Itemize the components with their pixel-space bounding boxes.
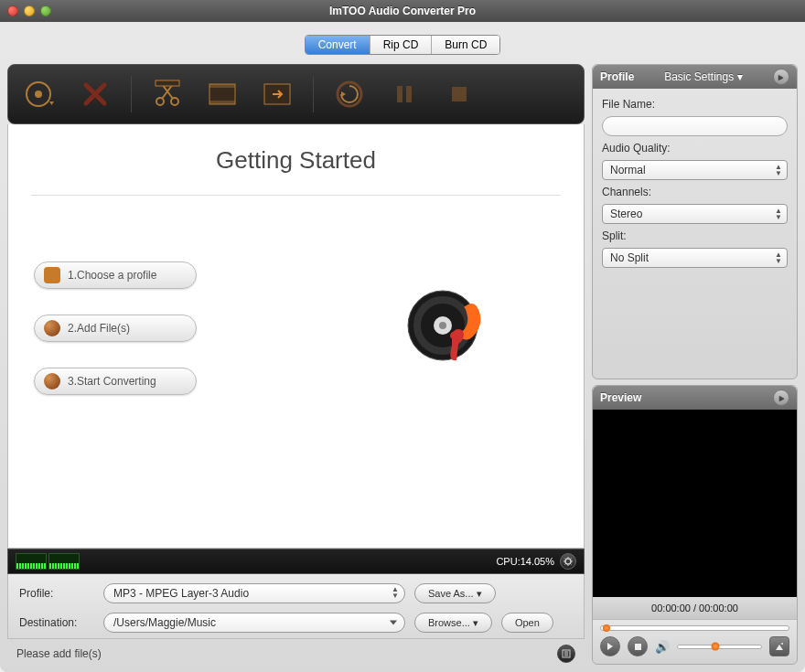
svg-rect-4 bbox=[156, 80, 179, 86]
svg-rect-7 bbox=[209, 101, 235, 104]
file-list-area: Getting Started 1.Choose a profile 2.Add… bbox=[7, 124, 585, 549]
output-settings: Profile: MP3 - MPEG Layer-3 Audio ▲▼ Sav… bbox=[7, 574, 585, 639]
tab-burn-cd[interactable]: Burn CD bbox=[432, 36, 499, 54]
convert-button[interactable] bbox=[330, 75, 369, 113]
step-add-files[interactable]: 2.Add File(s) bbox=[34, 315, 197, 342]
svg-point-1 bbox=[35, 91, 42, 98]
svg-point-19 bbox=[565, 559, 571, 564]
save-as-button[interactable]: Save As... ▾ bbox=[414, 583, 496, 603]
effects-button[interactable] bbox=[203, 75, 242, 113]
title-bar: ImTOO Audio Converter Pro bbox=[0, 0, 805, 22]
window-title: ImTOO Audio Converter Pro bbox=[0, 5, 805, 17]
basic-settings-dropdown[interactable]: Basic Settings ▾ bbox=[664, 70, 743, 83]
log-button[interactable] bbox=[557, 645, 575, 663]
toolbar-separator bbox=[131, 76, 132, 112]
audio-quality-label: Audio Quality: bbox=[602, 142, 788, 155]
updown-icon: ▲▼ bbox=[775, 164, 782, 176]
cut-clip-button[interactable] bbox=[148, 75, 187, 113]
toolbar-separator bbox=[313, 76, 314, 112]
channels-label: Channels: bbox=[602, 186, 788, 198]
toolbar bbox=[7, 64, 585, 124]
audio-quality-select[interactable]: Normal ▲▼ bbox=[602, 160, 788, 180]
step-label: 3.Start Converting bbox=[68, 375, 156, 388]
status-text: Please add file(s) bbox=[16, 647, 102, 660]
profile-label: Profile: bbox=[19, 587, 94, 600]
stop-preview-button[interactable] bbox=[628, 636, 648, 656]
split-select[interactable]: No Split ▲▼ bbox=[602, 248, 788, 268]
destination-select[interactable]: /Users/Maggie/Music bbox=[103, 613, 405, 633]
destination-label: Destination: bbox=[19, 616, 94, 629]
svg-rect-12 bbox=[452, 87, 467, 101]
cpu-graph-core bbox=[48, 553, 80, 570]
updown-icon: ▲▼ bbox=[775, 208, 782, 220]
svg-rect-6 bbox=[209, 84, 235, 88]
svg-point-17 bbox=[439, 322, 446, 329]
volume-icon: 🔊 bbox=[655, 640, 670, 654]
destination-value: /Users/Maggie/Music bbox=[113, 616, 216, 629]
profile-settings-panel: Profile Basic Settings ▾ ▸ File Name: Au… bbox=[592, 64, 798, 379]
preview-screen bbox=[593, 410, 797, 597]
profile-select[interactable]: MP3 - MPEG Layer-3 Audio ▲▼ bbox=[103, 583, 405, 603]
profile-icon bbox=[44, 267, 60, 283]
add-media-button[interactable] bbox=[21, 75, 59, 113]
svg-rect-10 bbox=[397, 86, 402, 102]
mode-tabs: Convert Rip CD Burn CD bbox=[7, 29, 798, 64]
svg-rect-11 bbox=[406, 86, 412, 102]
status-bar: Please add file(s) bbox=[7, 639, 585, 665]
seek-slider[interactable] bbox=[600, 625, 789, 631]
step-label: 2.Add File(s) bbox=[68, 322, 130, 335]
updown-icon: ▲▼ bbox=[392, 586, 399, 599]
step-start-converting[interactable]: 3.Start Converting bbox=[34, 368, 197, 395]
merge-button[interactable] bbox=[258, 75, 296, 113]
stop-button[interactable] bbox=[440, 75, 478, 113]
remove-button[interactable] bbox=[76, 75, 114, 113]
getting-started-title: Getting Started bbox=[216, 146, 376, 175]
disc-icon bbox=[44, 320, 60, 336]
cpu-graph-core bbox=[16, 553, 47, 570]
panel-collapse-button[interactable]: ▸ bbox=[773, 389, 789, 406]
divider bbox=[31, 195, 561, 196]
svg-point-22 bbox=[781, 643, 783, 645]
preview-panel: Preview ▸ 00:00:00 / 00:00:00 bbox=[592, 385, 798, 665]
channels-select[interactable]: Stereo ▲▼ bbox=[602, 204, 788, 224]
preview-title: Preview bbox=[600, 391, 641, 404]
convert-icon bbox=[44, 373, 60, 389]
svg-point-18 bbox=[450, 331, 463, 340]
pause-button[interactable] bbox=[385, 75, 424, 113]
updown-icon: ▲▼ bbox=[775, 251, 782, 264]
chevron-down-icon: ▾ bbox=[737, 70, 743, 83]
step-label: 1.Choose a profile bbox=[68, 269, 156, 282]
browse-button[interactable]: Browse... ▾ bbox=[414, 613, 492, 633]
tab-rip-cd[interactable]: Rip CD bbox=[370, 36, 433, 54]
profile-value: MP3 - MPEG Layer-3 Audio bbox=[113, 587, 249, 600]
disc-artwork bbox=[402, 280, 493, 375]
cpu-label: CPU:14.05% bbox=[496, 556, 554, 567]
panel-collapse-button[interactable]: ▸ bbox=[773, 69, 789, 85]
cpu-settings-button[interactable] bbox=[560, 553, 576, 570]
profile-tab[interactable]: Profile bbox=[600, 70, 634, 83]
snapshot-button[interactable] bbox=[769, 636, 789, 656]
file-name-input[interactable] bbox=[602, 116, 788, 136]
svg-rect-21 bbox=[635, 644, 641, 650]
tab-convert[interactable]: Convert bbox=[306, 36, 370, 54]
open-button[interactable]: Open bbox=[501, 613, 553, 633]
cpu-meter-bar: CPU:14.05% bbox=[7, 549, 585, 574]
file-name-label: File Name: bbox=[602, 98, 788, 111]
split-label: Split: bbox=[602, 229, 788, 242]
preview-time: 00:00:00 / 00:00:00 bbox=[593, 597, 797, 619]
step-choose-profile[interactable]: 1.Choose a profile bbox=[34, 261, 197, 289]
volume-slider[interactable] bbox=[677, 645, 762, 649]
play-button[interactable] bbox=[600, 636, 620, 656]
